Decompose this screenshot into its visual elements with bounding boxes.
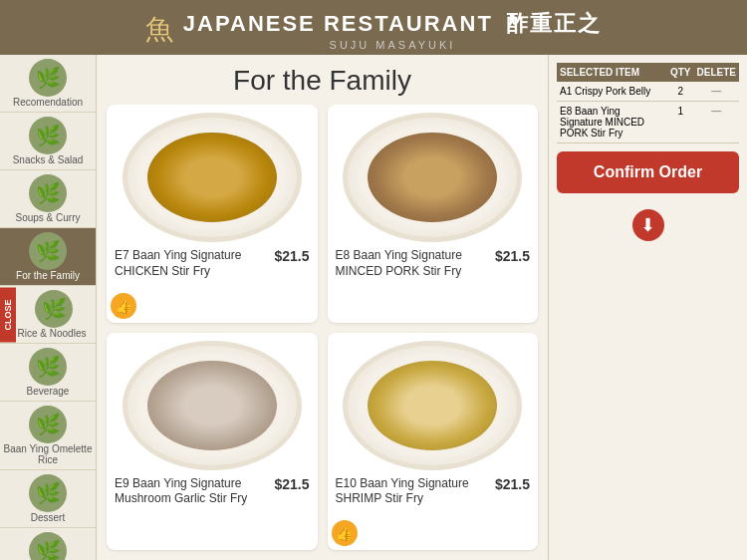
food-mushroom-visual	[147, 361, 277, 450]
menu-item-e10-info: E10 Baan Ying Signature SHRIMP Stir Fry …	[336, 476, 531, 507]
confirm-order-button[interactable]: Confirm Order	[557, 151, 739, 193]
sidebar-icon-rice-noodles: 🌿	[35, 290, 73, 328]
sidebar-item-rice-noodles[interactable]: CLOSE 🌿 Rice & Noodles	[0, 286, 96, 344]
sidebar-icon-snacks-salad: 🌿	[29, 117, 67, 154]
menu-item-e10-name: E10 Baan Ying Signature SHRIMP Stir Fry	[336, 476, 491, 507]
menu-grid: 👍 E7 Baan Ying Signature CHICKEN Stir Fr…	[97, 105, 548, 560]
menu-item-e9-image	[123, 341, 302, 470]
col-header-item: SELECTED ITEM	[557, 63, 667, 82]
sidebar-item-for-the-family[interactable]: 🌿 For the Family	[0, 228, 96, 286]
plate-e10	[348, 346, 517, 465]
sidebar: 🌿 Recomendation 🌿 Snacks & Salad 🌿 Soups…	[0, 55, 97, 560]
sidebar-icon-dessert: 🌿	[29, 474, 67, 512]
sidebar-label-for-the-family: For the Family	[16, 270, 80, 281]
main-layout: 🌿 Recomendation 🌿 Snacks & Salad 🌿 Soups…	[0, 55, 747, 560]
plate-e7	[127, 118, 297, 237]
sidebar-label-soups-curry: Soups & Curry	[15, 212, 80, 223]
menu-item-e7-info: E7 Baan Ying Signature CHICKEN Stir Fry …	[115, 248, 310, 279]
sidebar-icon-recomendation: 🌿	[29, 59, 67, 97]
restaurant-japanese-name: 酢重正之	[506, 11, 602, 36]
right-panel: SELECTED ITEM QTY DELETE A1 Crispy Pork …	[548, 55, 747, 560]
scroll-down-button[interactable]: ⬇	[632, 209, 664, 241]
menu-item-e9-name: E9 Baan Ying Signature Mushroom Garlic S…	[115, 476, 270, 507]
main-content: For the Family 👍 E7 Baan Ying Signature …	[97, 55, 548, 560]
table-row: E8 Baan Ying Signature MINCED PORK Stir …	[557, 102, 739, 143]
app-header: 魚 JAPANESE RESTAURANT 酢重正之 SUJU MASAYUKI	[0, 0, 747, 55]
order-item-qty-0: 2	[667, 82, 694, 102]
sidebar-item-dessert[interactable]: 🌿 Dessert	[0, 470, 96, 528]
col-header-delete: DELETE	[694, 63, 739, 82]
sidebar-icon-for-the-family: 🌿	[29, 232, 67, 270]
menu-item-e7[interactable]: 👍 E7 Baan Ying Signature CHICKEN Stir Fr…	[107, 105, 318, 323]
order-item-name-0: A1 Crispy Pork Belly	[557, 82, 667, 102]
scroll-down-area: ⬇	[557, 209, 739, 241]
food-shrimp-visual	[368, 361, 497, 450]
restaurant-subtitle: SUJU MASAYUKI	[183, 39, 602, 51]
sidebar-icon-baan-ying: 🌿	[29, 406, 67, 443]
menu-item-e7-price: $21.5	[274, 248, 309, 264]
order-item-qty-1: 1	[667, 102, 694, 143]
sidebar-item-baan-ying[interactable]: 🌿 Baan Ying Omelette Rice	[0, 402, 96, 470]
sidebar-item-soups-curry[interactable]: 🌿 Soups & Curry	[0, 170, 96, 228]
menu-item-e9[interactable]: E9 Baan Ying Signature Mushroom Garlic S…	[107, 333, 318, 551]
order-item-delete-1[interactable]: —	[694, 102, 739, 143]
sidebar-label-recomendation: Recomendation	[13, 97, 83, 108]
order-item-delete-0[interactable]: —	[694, 82, 739, 102]
sidebar-label-beverage: Beverage	[27, 386, 70, 397]
thumb-icon-e7: 👍	[111, 293, 136, 319]
sidebar-label-dessert: Dessert	[31, 512, 65, 523]
plate-e8	[348, 118, 517, 237]
sidebar-item-beverage[interactable]: 🌿 Beverage	[0, 344, 96, 402]
food-pork-visual	[368, 133, 497, 222]
menu-item-e8-info: E8 Baan Ying Signature MINCED PORK Stir …	[336, 248, 531, 279]
order-item-name-1: E8 Baan Ying Signature MINCED PORK Stir …	[557, 102, 667, 143]
sidebar-item-snacks-salad[interactable]: 🌿 Snacks & Salad	[0, 113, 96, 170]
sidebar-label-baan-ying: Baan Ying Omelette Rice	[2, 443, 94, 465]
restaurant-name: JAPANESE RESTAURANT	[183, 11, 493, 36]
menu-item-e9-price: $21.5	[274, 476, 309, 492]
close-badge[interactable]: CLOSE	[0, 287, 16, 342]
col-header-qty: QTY	[667, 63, 694, 82]
order-table: SELECTED ITEM QTY DELETE A1 Crispy Pork …	[557, 63, 739, 143]
sidebar-label-rice-noodles: Rice & Noodles	[18, 328, 87, 339]
logo-icon: 魚	[145, 11, 173, 49]
sidebar-item-promotion[interactable]: 🌿 Promotion	[0, 528, 96, 560]
sidebar-label-snacks-salad: Snacks & Salad	[13, 154, 84, 165]
menu-item-e10-image	[343, 341, 522, 470]
sidebar-icon-beverage: 🌿	[29, 348, 67, 386]
table-row: A1 Crispy Pork Belly 2 —	[557, 82, 739, 102]
sidebar-item-recomendation[interactable]: 🌿 Recomendation	[0, 55, 96, 113]
menu-item-e7-image	[123, 113, 302, 242]
sidebar-icon-soups-curry: 🌿	[29, 174, 67, 212]
food-chicken-visual	[147, 133, 277, 222]
right-panel-bottom: Confirm Order ⬇	[557, 151, 739, 241]
menu-item-e9-info: E9 Baan Ying Signature Mushroom Garlic S…	[115, 476, 310, 507]
thumb-icon-e10: 👍	[332, 520, 358, 546]
sidebar-icon-promotion: 🌿	[29, 532, 67, 560]
page-title: For the Family	[97, 55, 548, 105]
menu-item-e10-price: $21.5	[495, 476, 530, 492]
menu-item-e7-name: E7 Baan Ying Signature CHICKEN Stir Fry	[115, 248, 270, 279]
plate-e9	[127, 346, 297, 465]
menu-item-e10[interactable]: 👍 E10 Baan Ying Signature SHRIMP Stir Fr…	[328, 333, 539, 551]
menu-item-e8-image	[343, 113, 522, 242]
menu-item-e8-price: $21.5	[495, 248, 530, 264]
menu-item-e8-name: E8 Baan Ying Signature MINCED PORK Stir …	[336, 248, 491, 279]
menu-item-e8[interactable]: E8 Baan Ying Signature MINCED PORK Stir …	[328, 105, 539, 323]
